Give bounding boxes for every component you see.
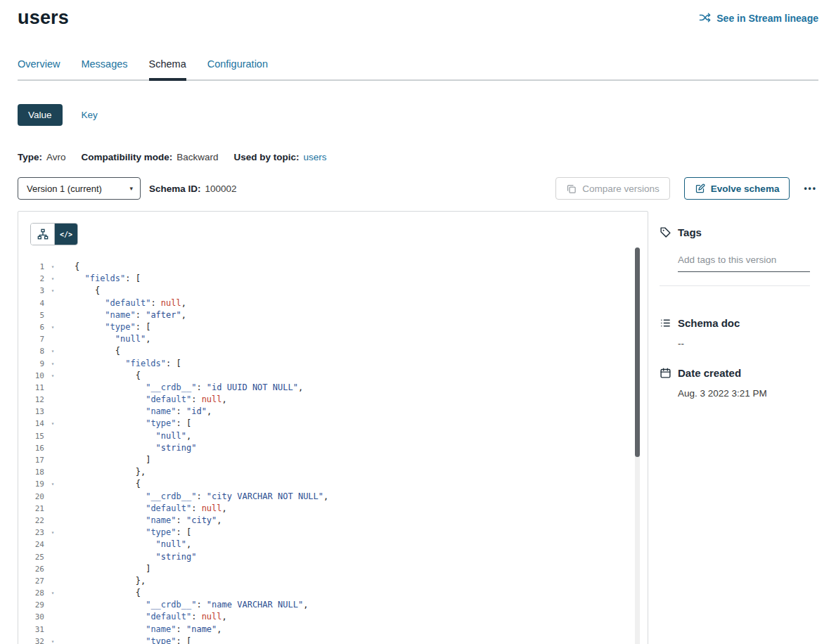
tree-view-icon (37, 228, 49, 240)
editor-scrollbar[interactable] (635, 247, 640, 644)
code-text: "default": null, (75, 394, 227, 406)
line-number: 22 (18, 515, 44, 527)
code-line: 32▾ "type": [ (18, 636, 648, 644)
line-number: 4 (18, 297, 44, 309)
fold-arrow-icon[interactable]: ▾ (44, 345, 61, 357)
code-lines: 1▾{2▾ "fields": [3▾ {4 "default": null,5… (18, 261, 648, 644)
line-number: 16 (18, 442, 44, 454)
code-line: 17 ] (18, 454, 648, 466)
version-select[interactable]: Version 1 (current) ▾ (18, 177, 141, 200)
more-options-button[interactable]: ••• (802, 181, 818, 196)
topic-link[interactable]: users (304, 152, 327, 162)
code-text: "name": "id", (75, 406, 212, 418)
code-text: { (75, 261, 79, 273)
line-number: 25 (18, 551, 44, 563)
code-line: 8▾ { (18, 345, 648, 357)
compatibility-value: Backward (176, 152, 218, 162)
fold-spacer (44, 491, 61, 503)
fold-arrow-icon[interactable]: ▾ (44, 273, 61, 285)
tags-heading-label: Tags (678, 226, 702, 238)
fold-arrow-icon[interactable]: ▾ (44, 285, 61, 297)
version-bar: Version 1 (current) ▾ Schema ID: 100002 … (18, 177, 818, 200)
fold-arrow-icon[interactable]: ▾ (44, 636, 61, 644)
fold-arrow-icon[interactable]: ▾ (44, 527, 61, 539)
line-number: 30 (18, 611, 44, 623)
stream-lineage-link[interactable]: See in Stream lineage (699, 12, 818, 24)
fold-spacer (44, 539, 61, 550)
line-number: 11 (18, 382, 44, 394)
tab-messages[interactable]: Messages (81, 58, 127, 79)
fold-arrow-icon[interactable]: ▾ (44, 370, 61, 382)
code-text: "null", (75, 539, 191, 550)
date-created-heading-label: Date created (678, 367, 741, 379)
fold-arrow-icon[interactable]: ▾ (44, 261, 61, 273)
tree-view-button[interactable] (31, 224, 54, 245)
code-text: { (75, 478, 141, 490)
tags-section-heading: Tags (660, 226, 818, 238)
scrollbar-thumb[interactable] (635, 247, 640, 457)
fold-arrow-icon[interactable]: ▾ (44, 587, 61, 599)
tab-overview[interactable]: Overview (18, 58, 60, 79)
fold-spacer (44, 503, 61, 515)
list-icon (660, 317, 671, 329)
code-text: "null", (75, 333, 150, 345)
code-text: "default": null, (75, 611, 227, 623)
fold-spacer (44, 430, 61, 442)
editor-view-toggle: </> (30, 223, 78, 245)
code-line: 12 "default": null, (18, 394, 648, 406)
fold-spacer (44, 454, 61, 466)
code-line: 30 "default": null, (18, 611, 648, 623)
line-number: 3 (18, 285, 44, 297)
code-view-button[interactable]: </> (54, 224, 77, 245)
code-text: }, (75, 575, 146, 587)
code-editor[interactable]: 1▾{2▾ "fields": [3▾ {4 "default": null,5… (18, 261, 648, 644)
code-text: "__crdb__": "id UUID NOT NULL", (75, 382, 303, 394)
schema-id: Schema ID: 100002 (149, 183, 237, 194)
fold-spacer (44, 611, 61, 623)
code-line: 22 "name": "city", (18, 515, 648, 527)
code-text: { (75, 345, 120, 357)
fold-arrow-icon[interactable]: ▾ (44, 478, 61, 490)
code-line: 29 "__crdb__": "name VARCHAR NULL", (18, 599, 648, 611)
compare-versions-label: Compare versions (582, 183, 660, 194)
schema-doc-value: -- (678, 338, 818, 349)
page-title: users (18, 7, 69, 29)
code-line: 26 ] (18, 563, 648, 575)
tab-configuration[interactable]: Configuration (207, 58, 268, 79)
code-text: "fields": [ (75, 273, 141, 285)
code-line: 11 "__crdb__": "id UUID NOT NULL", (18, 382, 648, 394)
fold-spacer (44, 333, 61, 345)
fold-arrow-icon[interactable]: ▾ (44, 358, 61, 370)
evolve-schema-button[interactable]: Evolve schema (684, 177, 790, 200)
stream-lineage-icon (699, 12, 711, 24)
sidebar-divider (660, 285, 810, 286)
date-created-section: Date created Aug. 3 2022 3:21 PM (660, 367, 818, 399)
code-text: "null", (75, 430, 191, 442)
key-toggle-button[interactable]: Key (82, 110, 98, 120)
tab-schema[interactable]: Schema (149, 58, 186, 79)
code-line: 27 }, (18, 575, 648, 587)
line-number: 26 (18, 563, 44, 575)
code-text: "type": [ (75, 527, 191, 539)
type-label: Type: (18, 152, 42, 162)
fold-spacer (44, 563, 61, 575)
tags-input[interactable] (678, 253, 810, 272)
fold-spacer (44, 297, 61, 309)
fold-arrow-icon[interactable]: ▾ (44, 321, 61, 333)
calendar-icon (660, 367, 671, 379)
edit-icon (695, 183, 705, 194)
code-line: 19▾ { (18, 478, 648, 490)
line-number: 28 (18, 587, 44, 599)
value-toggle-button[interactable]: Value (18, 104, 63, 126)
fold-arrow-icon[interactable]: ▾ (44, 418, 61, 430)
schema-doc-heading: Schema doc (660, 317, 818, 329)
code-line: 20 "__crdb__": "city VARCHAR NOT NULL", (18, 491, 648, 503)
chevron-down-icon: ▾ (129, 185, 133, 192)
code-line: 7 "null", (18, 333, 648, 345)
fold-spacer (44, 599, 61, 611)
line-number: 23 (18, 527, 44, 539)
compare-versions-button[interactable]: Compare versions (555, 177, 670, 200)
fold-spacer (44, 309, 61, 321)
code-line: 23▾ "type": [ (18, 527, 648, 539)
schema-doc-heading-label: Schema doc (678, 317, 740, 329)
